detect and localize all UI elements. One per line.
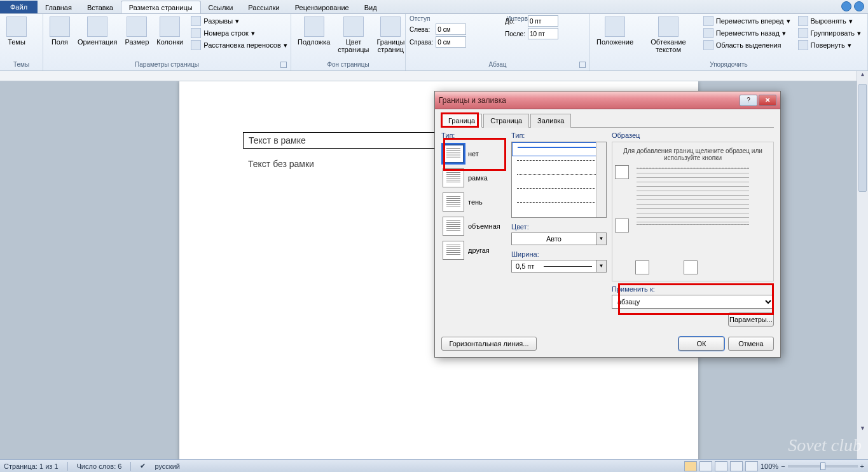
ok-button[interactable]: ОК <box>679 337 724 351</box>
spacing-before-input[interactable] <box>528 15 558 27</box>
setting-none[interactable]: нет <box>441 142 506 166</box>
setting-shadow-icon <box>443 192 464 212</box>
dialog-tabs: Граница Страница Заливка <box>441 113 774 128</box>
tab-border[interactable]: Граница <box>441 114 482 128</box>
view-web[interactable] <box>715 461 727 471</box>
page-color-button[interactable]: Цвет страницы <box>335 15 371 55</box>
position-button[interactable]: Положение <box>594 15 636 47</box>
indent-heading: Отступ <box>410 15 430 22</box>
horizontal-ruler[interactable] <box>0 71 868 81</box>
style-scrollbar[interactable] <box>596 142 606 217</box>
margins-icon <box>50 17 70 37</box>
zoom-in-button[interactable]: + <box>860 462 864 470</box>
page-borders-button[interactable]: Границы страниц <box>374 15 407 55</box>
line-numbers-button[interactable]: Номера строк ▾ <box>188 27 289 39</box>
help-icon[interactable] <box>854 1 864 11</box>
line-numbers-label: Номера строк <box>203 29 249 37</box>
style-dashdot[interactable] <box>512 198 606 212</box>
style-dotted[interactable] <box>512 170 606 184</box>
tab-shading[interactable]: Заливка <box>530 114 571 128</box>
selection-pane-icon <box>703 40 713 50</box>
minimize-ribbon-icon[interactable] <box>841 1 851 11</box>
style-dashed-1[interactable] <box>512 156 606 170</box>
color-combo[interactable]: Авто▼ <box>511 233 607 245</box>
align-button[interactable]: Выровнять ▾ <box>796 15 864 27</box>
setting-none-icon <box>443 144 464 163</box>
dialog-close-button[interactable]: ✕ <box>759 95 776 106</box>
send-backward-button[interactable]: Переместить назад ▾ <box>701 27 793 39</box>
scroll-thumb[interactable] <box>858 84 867 192</box>
wrap-text-icon <box>658 17 679 37</box>
watermark-button[interactable]: Подложка <box>295 15 333 47</box>
rotate-label: Повернуть <box>811 41 845 49</box>
selection-pane-button[interactable]: Область выделения <box>701 39 793 51</box>
tab-view[interactable]: Вид <box>357 1 385 13</box>
zoom-slider[interactable] <box>788 465 858 468</box>
status-language[interactable]: русский <box>155 462 179 470</box>
style-solid[interactable] <box>512 142 606 156</box>
themes-button[interactable]: Темы <box>4 15 29 47</box>
tab-insert[interactable]: Вставка <box>79 1 121 13</box>
view-print-layout[interactable] <box>684 461 697 471</box>
setting-box[interactable]: рамка <box>441 166 506 190</box>
tab-references[interactable]: Ссылки <box>201 1 241 13</box>
apply-to-select[interactable]: абзацу <box>612 295 774 309</box>
view-outline[interactable] <box>730 461 743 471</box>
border-bottom-button[interactable] <box>615 219 629 233</box>
border-top-button[interactable] <box>615 165 629 179</box>
spacing-after-input[interactable] <box>528 28 558 39</box>
scroll-down-icon[interactable]: ▼ <box>857 425 868 436</box>
tab-review[interactable]: Рецензирование <box>287 1 357 13</box>
indent-right-input[interactable] <box>436 36 466 48</box>
setting-custom[interactable]: другая <box>441 238 506 262</box>
breaks-label: Разрывы <box>203 17 233 25</box>
paragraph-launcher[interactable] <box>579 62 586 68</box>
status-page[interactable]: Страница: 1 из 1 <box>4 462 59 470</box>
align-icon <box>798 16 808 26</box>
margins-button[interactable]: Поля <box>47 15 72 47</box>
dialog-help-button[interactable]: ? <box>740 95 757 106</box>
style-dashed-2[interactable] <box>512 184 606 198</box>
tab-page-layout[interactable]: Разметка страницы <box>121 1 201 13</box>
dialog-titlebar[interactable]: Границы и заливка ? ✕ <box>435 91 780 109</box>
tab-file[interactable]: Файл <box>0 1 38 13</box>
indent-left-input[interactable] <box>436 24 466 35</box>
rotate-button[interactable]: Повернуть ▾ <box>796 39 864 51</box>
orientation-button[interactable]: Ориентация <box>75 15 120 47</box>
view-draft[interactable] <box>745 461 758 471</box>
setting-none-label: нет <box>468 150 479 158</box>
group-button[interactable]: Группировать ▾ <box>796 27 864 39</box>
page-setup-launcher[interactable] <box>280 62 287 68</box>
style-listbox[interactable] <box>511 142 607 218</box>
vertical-scrollbar[interactable]: ▲ ▼ <box>857 71 868 459</box>
tab-mailings[interactable]: Рассылки <box>240 1 287 13</box>
setting-shadow[interactable]: тень <box>441 190 506 214</box>
zoom-out-button[interactable]: − <box>781 462 785 470</box>
width-combo[interactable]: 0,5 пт▼ <box>511 260 607 273</box>
tab-home[interactable]: Главная <box>38 1 79 13</box>
columns-label: Колонки <box>156 38 183 46</box>
spacing-after-label: После: <box>505 30 525 37</box>
setting-custom-label: другая <box>468 246 490 254</box>
tab-page-border[interactable]: Страница <box>483 114 529 128</box>
size-icon <box>127 17 147 37</box>
setting-3d[interactable]: объемная <box>441 214 506 238</box>
options-button[interactable]: Параметры... <box>728 313 774 327</box>
border-left-button[interactable] <box>635 260 649 274</box>
scroll-up-icon[interactable]: ▲ <box>857 71 868 83</box>
window-help-icons <box>841 1 864 11</box>
hyphenation-button[interactable]: Расстановка переносов ▾ <box>188 39 289 51</box>
view-fullscreen[interactable] <box>699 461 712 471</box>
preview-canvas[interactable] <box>637 168 749 225</box>
bring-forward-button[interactable]: Переместить вперед ▾ <box>701 15 793 27</box>
wrap-text-button[interactable]: Обтекание текстом <box>638 15 698 55</box>
cancel-button[interactable]: Отмена <box>728 337 774 351</box>
status-words[interactable]: Число слов: 6 <box>77 462 122 470</box>
status-proofing-icon[interactable]: ✔ <box>140 462 146 470</box>
horizontal-line-button[interactable]: Горизонтальная линия... <box>441 337 537 351</box>
zoom-level[interactable]: 100% <box>761 462 778 470</box>
columns-button[interactable]: Колонки <box>154 15 186 47</box>
size-button[interactable]: Размер <box>122 15 151 47</box>
border-right-button[interactable] <box>684 260 698 274</box>
breaks-button[interactable]: Разрывы ▾ <box>188 15 289 27</box>
